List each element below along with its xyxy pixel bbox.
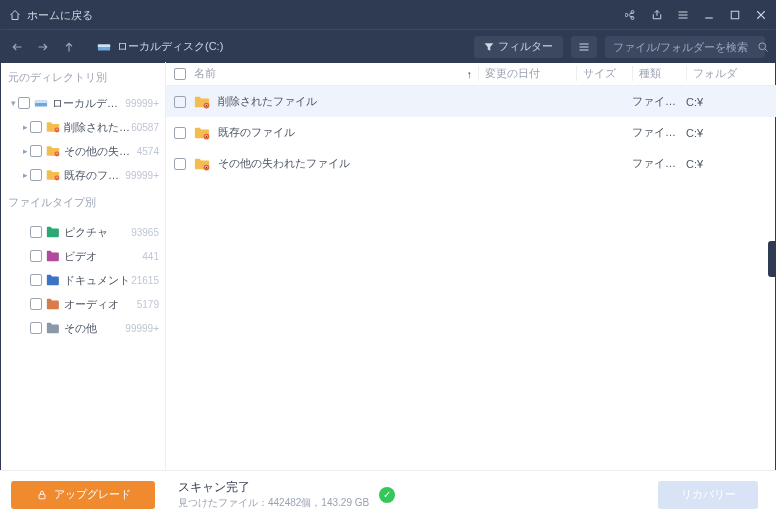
type-count: 441 bbox=[142, 251, 159, 262]
svg-rect-5 bbox=[35, 100, 47, 103]
caret-icon: ▸ bbox=[20, 170, 30, 180]
type-icon bbox=[46, 298, 60, 310]
svg-rect-2 bbox=[98, 44, 110, 47]
type-label: ビデオ bbox=[64, 249, 142, 264]
folder-icon bbox=[46, 169, 60, 181]
recover-button[interactable]: リカバリー bbox=[658, 481, 758, 509]
row-name: 削除されたファイル bbox=[218, 94, 478, 109]
sort-asc-icon: ↑ bbox=[467, 68, 473, 80]
lock-icon bbox=[36, 489, 48, 501]
type-item[interactable]: ビデオ441 bbox=[0, 244, 165, 268]
type-icon bbox=[46, 250, 60, 262]
up-icon[interactable] bbox=[63, 41, 75, 53]
type-icon bbox=[46, 274, 60, 286]
row-folder: C:¥ bbox=[686, 158, 776, 170]
checkbox[interactable] bbox=[30, 121, 42, 133]
upgrade-button[interactable]: アップグレード bbox=[11, 481, 155, 509]
col-date[interactable]: 変更の日付 bbox=[478, 66, 576, 81]
type-item[interactable]: ドキュメント21615 bbox=[0, 268, 165, 292]
tree-label: ローカルディスク(C:) bbox=[52, 96, 125, 111]
tree-item[interactable]: ▾ローカルディスク(C:)99999+ bbox=[0, 91, 165, 115]
row-type: ファイル フ… bbox=[632, 156, 686, 171]
menu-icon[interactable] bbox=[677, 9, 689, 21]
back-icon[interactable] bbox=[11, 41, 23, 53]
type-label: その他 bbox=[64, 321, 125, 336]
col-size[interactable]: サイズ bbox=[576, 66, 632, 81]
type-item[interactable]: その他99999+ bbox=[0, 316, 165, 340]
maximize-icon[interactable] bbox=[729, 9, 741, 21]
view-toggle[interactable] bbox=[571, 36, 597, 58]
side-panel-handle[interactable] bbox=[768, 241, 776, 277]
checkbox[interactable] bbox=[174, 127, 186, 139]
tree-item[interactable]: ▸既存のファイル99999+ bbox=[0, 163, 165, 187]
content: 名前↑ 変更の日付 サイズ 種類 フォルダ 削除されたファイルファイル フ…C:… bbox=[166, 62, 776, 518]
type-count: 93965 bbox=[131, 227, 159, 238]
checkbox[interactable] bbox=[30, 250, 42, 262]
filter-button[interactable]: フィルター bbox=[474, 36, 563, 58]
type-label: ピクチャ bbox=[64, 225, 131, 240]
checkbox[interactable] bbox=[30, 226, 42, 238]
checkbox[interactable] bbox=[174, 96, 186, 108]
tree-item[interactable]: ▸削除されたファイル60587 bbox=[0, 115, 165, 139]
tree-count: 99999+ bbox=[125, 170, 159, 181]
tree-count: 60587 bbox=[131, 122, 159, 133]
home-label: ホームに戻る bbox=[27, 8, 93, 23]
checkbox[interactable] bbox=[30, 322, 42, 334]
select-all-checkbox[interactable] bbox=[174, 68, 186, 80]
toolbar: ローカルディスク(C:) フィルター bbox=[1, 29, 775, 63]
type-count: 99999+ bbox=[125, 323, 159, 334]
folder-icon bbox=[46, 145, 60, 157]
checkbox[interactable] bbox=[30, 274, 42, 286]
type-icon bbox=[46, 226, 60, 238]
search-input[interactable] bbox=[613, 41, 751, 53]
row-type: ファイル フ… bbox=[632, 94, 686, 109]
table-row[interactable]: 削除されたファイルファイル フ…C:¥ bbox=[166, 86, 776, 117]
checkbox[interactable] bbox=[30, 298, 42, 310]
folder-icon bbox=[194, 95, 210, 109]
tree-label: 既存のファイル bbox=[64, 168, 125, 183]
type-label: オーディオ bbox=[64, 297, 137, 312]
svg-rect-12 bbox=[39, 494, 45, 499]
folder-icon bbox=[46, 121, 60, 133]
home-button[interactable]: ホームに戻る bbox=[9, 8, 93, 23]
tree-label: その他の失われたファイル bbox=[64, 144, 137, 159]
type-count: 5179 bbox=[137, 299, 159, 310]
svg-point-7 bbox=[54, 152, 59, 157]
type-item[interactable]: オーディオ5179 bbox=[0, 292, 165, 316]
row-folder: C:¥ bbox=[686, 127, 776, 139]
svg-point-9 bbox=[204, 102, 210, 108]
table-row[interactable]: その他の失われたファイルファイル フ…C:¥ bbox=[166, 148, 776, 179]
export-icon[interactable] bbox=[651, 9, 663, 21]
svg-point-3 bbox=[759, 42, 766, 49]
filter-label: フィルター bbox=[498, 39, 553, 54]
row-type: ファイル フ… bbox=[632, 125, 686, 140]
col-name[interactable]: 名前↑ bbox=[194, 66, 478, 81]
svg-point-8 bbox=[54, 176, 59, 181]
forward-icon[interactable] bbox=[37, 41, 49, 53]
checkbox[interactable] bbox=[30, 145, 42, 157]
type-item[interactable]: ピクチャ93965 bbox=[0, 220, 165, 244]
type-icon bbox=[46, 322, 60, 334]
upgrade-label: アップグレード bbox=[54, 487, 131, 502]
tree-label: 削除されたファイル bbox=[64, 120, 131, 135]
status-title: スキャン完了 bbox=[178, 479, 369, 496]
col-type[interactable]: 種類 bbox=[632, 66, 686, 81]
checkbox[interactable] bbox=[30, 169, 42, 181]
caret-icon: ▾ bbox=[8, 98, 18, 108]
breadcrumb[interactable]: ローカルディスク(C:) bbox=[97, 39, 223, 54]
close-icon[interactable] bbox=[755, 9, 767, 21]
share-icon[interactable] bbox=[625, 9, 637, 21]
search-box[interactable] bbox=[605, 36, 765, 58]
col-folder[interactable]: フォルダ bbox=[686, 66, 776, 81]
svg-point-6 bbox=[54, 128, 59, 133]
footer: アップグレード スキャン完了 見つけたファイル：442482個，143.29 G… bbox=[0, 470, 776, 518]
checkbox[interactable] bbox=[174, 158, 186, 170]
check-icon: ✓ bbox=[379, 487, 395, 503]
home-icon bbox=[9, 9, 21, 21]
sidebar: 元のディレクトリ別 ▾ローカルディスク(C:)99999+▸削除されたファイル6… bbox=[0, 62, 166, 518]
checkbox[interactable] bbox=[18, 97, 30, 109]
minimize-icon[interactable] bbox=[703, 9, 715, 21]
table-row[interactable]: 既存のファイルファイル フ…C:¥ bbox=[166, 117, 776, 148]
tree-item[interactable]: ▸その他の失われたファイル4574 bbox=[0, 139, 165, 163]
tree-count: 4574 bbox=[137, 146, 159, 157]
